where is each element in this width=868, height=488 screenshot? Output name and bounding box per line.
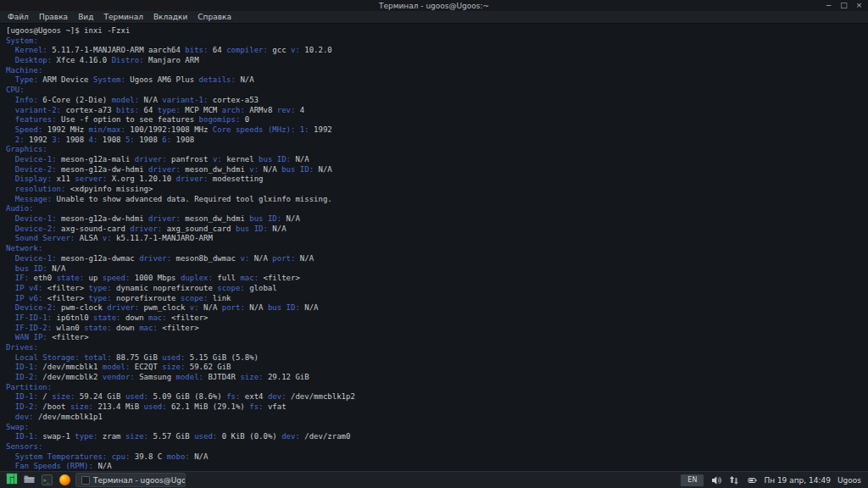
terminal-line: Swap: bbox=[6, 423, 868, 433]
power-icon[interactable] bbox=[746, 474, 757, 485]
terminal-line: Device-2: meson-g12a-dw-hdmi driver: mes… bbox=[6, 165, 868, 175]
manjaro-menu-button[interactable] bbox=[4, 473, 19, 487]
folder-icon bbox=[24, 474, 35, 486]
terminal-line: features: Use -f option to see features … bbox=[6, 115, 868, 125]
desktop-screen: Терминал - ugoos@Ugoos:~ − □ × ФайлПравк… bbox=[0, 0, 868, 488]
taskbar: >_ Терминал - ugoos@Ugoo... EN bbox=[0, 471, 868, 488]
terminal-output[interactable]: [ugoos@Ugoos ~]$ inxi -FzxiSystem: Kerne… bbox=[0, 24, 868, 471]
terminal-line: Display: x11 server: X.org 1.20.10 drive… bbox=[6, 175, 868, 185]
window-controls: − □ × bbox=[824, 0, 864, 11]
terminal-line: Device-2: axg-sound-card driver: axg_sou… bbox=[6, 225, 868, 235]
terminal-line: ID-1: / size: 59.24 GiB used: 5.09 GiB (… bbox=[6, 392, 868, 402]
menu-item-help[interactable]: Справка bbox=[192, 12, 236, 22]
terminal-line: IP v6: <filter> type: noprefixroute scop… bbox=[6, 294, 868, 304]
network-icon[interactable] bbox=[728, 474, 739, 485]
terminal-line: Device-1: meson-g12a-dwmac driver: meson… bbox=[6, 254, 868, 264]
terminal-line: IP v4: <filter> type: dynamic noprefixro… bbox=[6, 284, 868, 294]
terminal-line: Desktop: Xfce 4.16.0 Distro: Manjaro ARM bbox=[6, 56, 868, 66]
terminal-line: 2: 1992 3: 1908 4: 1908 5: 1908 6: 1908 bbox=[6, 136, 868, 146]
terminal-line: ID-1: /dev/mmcblk1 model: EC2QT size: 59… bbox=[6, 363, 868, 373]
clock[interactable]: Пн 19 апр, 14:49 bbox=[764, 476, 831, 485]
manjaro-logo-icon bbox=[6, 473, 18, 487]
terminal-line: bus ID: N/A bbox=[6, 264, 868, 274]
terminal-line: Drives: bbox=[6, 343, 868, 353]
terminal-line: Local Storage: total: 88.75 GiB used: 5.… bbox=[6, 353, 868, 363]
terminal-line: WAN IP: <filter> bbox=[6, 333, 868, 343]
task-button-terminal[interactable]: Терминал - ugoos@Ugoo... bbox=[75, 473, 186, 487]
terminal-line: System Temperatures: cpu: 39.8 C mobo: N… bbox=[6, 452, 868, 463]
menu-item-file[interactable]: Файл bbox=[3, 12, 34, 22]
terminal-app-icon: >_ bbox=[42, 474, 53, 485]
browser-launcher[interactable] bbox=[58, 473, 72, 487]
firefox-icon bbox=[59, 474, 70, 485]
menu-item-edit[interactable]: Правка bbox=[34, 12, 73, 22]
keyboard-layout-indicator[interactable]: EN bbox=[681, 474, 704, 486]
terminal-line: Partition: bbox=[6, 383, 868, 393]
terminal-line: Info: 6-Core (2-Die) model: N/A variant-… bbox=[6, 96, 868, 106]
terminal-line: Message: Unable to show advanced data. R… bbox=[6, 195, 868, 205]
close-button[interactable]: × bbox=[854, 1, 864, 10]
maximize-button[interactable]: □ bbox=[839, 1, 849, 10]
terminal-line: Machine: bbox=[6, 66, 868, 76]
volume-icon[interactable] bbox=[710, 474, 721, 485]
menu-item-tabs[interactable]: Вкладки bbox=[148, 12, 192, 22]
terminal-line: Device-2: pwm-clock driver: pwm_clock v:… bbox=[6, 303, 868, 313]
window-titlebar: Терминал - ugoos@Ugoos:~ − □ × bbox=[0, 0, 868, 11]
terminal-line: IF-ID-1: ip6tnl0 state: down mac: <filte… bbox=[6, 313, 868, 324]
terminal-line: Graphics: bbox=[6, 145, 868, 155]
terminal-line: System: bbox=[6, 36, 868, 47]
terminal-line: ID-1: swap-1 type: zram size: 5.57 GiB u… bbox=[6, 432, 868, 442]
terminal-line: Audio: bbox=[6, 204, 868, 214]
terminal-line: IF: eth0 state: up speed: 1000 Mbps dupl… bbox=[6, 274, 868, 284]
terminal-line: variant-2: cortex-a73 bits: 64 type: MCP… bbox=[6, 106, 868, 116]
menu-item-view[interactable]: Вид bbox=[73, 12, 98, 22]
user-label[interactable]: Ugoos bbox=[837, 476, 861, 485]
terminal-line: Type: ARM Device System: Ugoos AM6 Plus … bbox=[6, 75, 868, 86]
terminal-line: Sound Server: ALSA v: k5.11.7-1-MANJARO-… bbox=[6, 234, 868, 244]
terminal-line: Sensors: bbox=[6, 442, 868, 452]
terminal-line: dev: /dev/mmcblk1p1 bbox=[6, 413, 868, 423]
terminal-line: [ugoos@Ugoos ~]$ inxi -Fzxi bbox=[6, 26, 868, 36]
terminal-line: Network: bbox=[6, 244, 868, 254]
menu-bar: ФайлПравкаВидТерминалВкладкиСправка bbox=[0, 11, 868, 24]
terminal-line: Device-1: meson-g12a-dw-hdmi driver: mes… bbox=[6, 214, 868, 225]
task-button-label: Терминал - ugoos@Ugoo... bbox=[93, 476, 186, 485]
system-tray: EN Пн bbox=[681, 474, 864, 486]
terminal-line: resolution: <xdpyinfo missing> bbox=[6, 185, 868, 195]
terminal-launcher[interactable]: >_ bbox=[40, 473, 54, 487]
terminal-line: Device-1: meson-g12a-mali driver: panfro… bbox=[6, 155, 868, 165]
file-manager-launcher[interactable] bbox=[22, 473, 36, 487]
terminal-line: ID-2: /boot size: 213.4 MiB used: 62.1 M… bbox=[6, 402, 868, 413]
window-title: Терминал - ugoos@Ugoos:~ bbox=[379, 2, 489, 10]
terminal-line: Fan Speeds (RPM): N/A bbox=[6, 462, 868, 471]
terminal-line: Speed: 1992 MHz min/max: 100/1992:1908 M… bbox=[6, 125, 868, 136]
minimize-button[interactable]: − bbox=[824, 1, 833, 10]
terminal-line: IF-ID-2: wlan0 state: down mac: <filter> bbox=[6, 324, 868, 334]
terminal-window-icon bbox=[81, 476, 90, 485]
terminal-line: CPU: bbox=[6, 86, 868, 96]
terminal-line: ID-2: /dev/mmcblk2 vendor: Samsung model… bbox=[6, 373, 868, 383]
menu-item-terminal[interactable]: Терминал bbox=[98, 12, 148, 22]
terminal-line: Kernel: 5.11.7-1-MANJARO-ARM aarch64 bit… bbox=[6, 46, 868, 56]
